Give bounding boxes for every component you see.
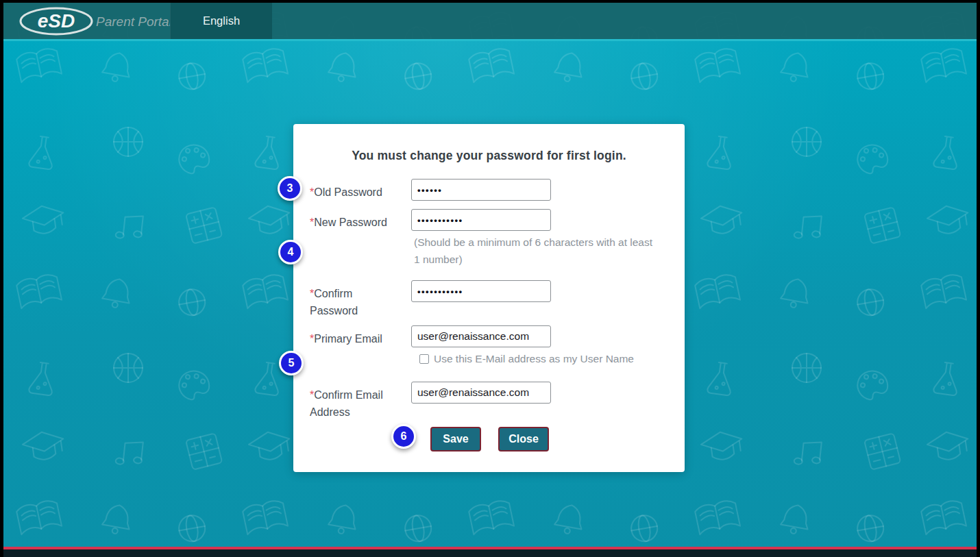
step-5-callout: 5 (279, 351, 304, 375)
new-password-label: *New Password (310, 209, 411, 231)
close-button[interactable]: Close (498, 427, 549, 451)
language-tab-label: English (203, 14, 240, 27)
confirm-email-label: *Confirm Email Address (310, 382, 411, 421)
screenshot-frame: eSD Parent Portal English You must chang… (0, 0, 980, 557)
page-background: You must change your password for first … (3, 39, 977, 547)
password-requirements-hint: (Should be a minimum of 6 characters wit… (414, 234, 655, 268)
save-button[interactable]: Save (430, 427, 481, 451)
change-password-dialog: You must change your password for first … (293, 124, 685, 472)
step-6-callout: 6 (391, 424, 416, 449)
new-password-row: *New Password (310, 209, 551, 231)
confirm-password-input[interactable] (411, 280, 551, 302)
confirm-email-input[interactable] (411, 382, 551, 404)
app-window: eSD Parent Portal English You must chang… (3, 3, 977, 557)
confirm-password-label: *Confirm Password (310, 280, 411, 319)
logo-text-parent-portal: Parent Portal (96, 14, 173, 29)
old-password-row: *Old Password (310, 179, 551, 201)
old-password-input[interactable] (411, 179, 551, 201)
bottom-dark-strip (3, 549, 977, 557)
dialog-title: You must change your password for first … (293, 149, 685, 163)
logo-text-esd: eSD (38, 10, 75, 32)
step-4-callout: 4 (278, 240, 303, 264)
old-password-label: *Old Password (310, 179, 411, 201)
new-password-input[interactable] (411, 209, 551, 231)
header-accent-line (3, 39, 977, 41)
email-as-username-checkbox[interactable] (419, 354, 429, 364)
confirm-password-row: *Confirm Password (310, 280, 551, 319)
primary-email-row: *Primary Email (310, 325, 551, 347)
esd-parent-portal-logo: eSD Parent Portal (19, 6, 176, 36)
confirm-email-row: *Confirm Email Address (310, 382, 551, 421)
tab-language-english[interactable]: English (170, 3, 272, 39)
email-as-username-label: Use this E-Mail address as my User Name (434, 353, 634, 365)
email-as-username-row: Use this E-Mail address as my User Name (419, 353, 634, 365)
primary-email-label: *Primary Email (310, 325, 411, 347)
step-3-callout: 3 (278, 176, 302, 201)
top-navbar: eSD Parent Portal English (3, 3, 977, 39)
primary-email-input[interactable] (411, 325, 551, 347)
